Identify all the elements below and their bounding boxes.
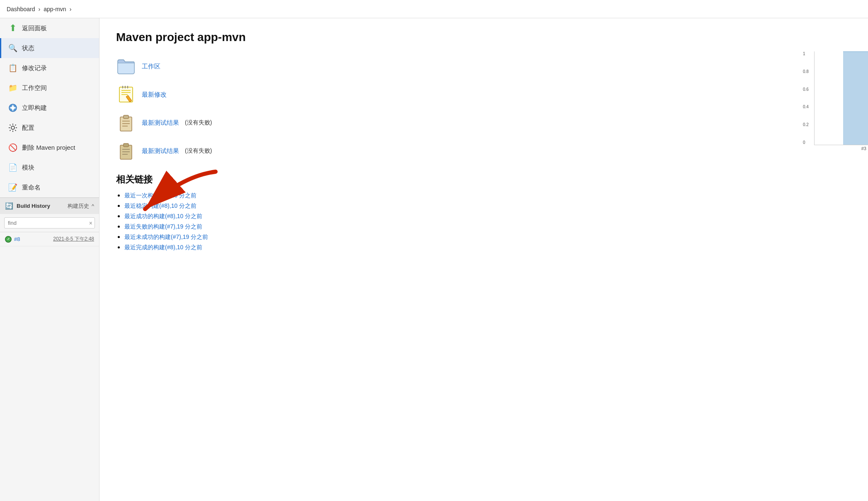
related-section-heading: 相关链接	[116, 173, 851, 186]
search-wrapper: ×	[4, 217, 95, 229]
complete-build-link[interactable]: 最近完成的构建(#8),10 分之前	[124, 244, 202, 250]
recent-build-link[interactable]: 最近一次构建(#8),10 分之前	[124, 192, 196, 199]
test-2-icon	[116, 141, 136, 161]
test-1-note: (没有失败)	[185, 119, 212, 126]
sidebar-item-status[interactable]: 🔍 状态	[0, 38, 99, 58]
related-link-item: 最近失败的构建(#7),19 分之前	[124, 223, 851, 231]
svg-point-6	[11, 126, 15, 129]
sidebar-label-delete: 删除 Maven project	[22, 144, 75, 152]
sidebar-label-status: 状态	[22, 44, 34, 52]
svg-rect-21	[124, 143, 129, 147]
modules-icon: 📄	[8, 163, 18, 173]
breadcrumb-bar: Dashboard › app-mvn ›	[0, 0, 868, 18]
change-log-icon: 📋	[8, 63, 18, 73]
sidebar-label-workspace: 工作空间	[22, 84, 47, 92]
chart-y-1: 1	[803, 51, 809, 56]
chart-y-04: 0.4	[803, 105, 809, 109]
test-1-icon	[116, 113, 136, 133]
chart-x-label: #3	[814, 145, 868, 151]
content-area: Maven project app-mvn 工作区	[99, 18, 868, 501]
build-status-icon	[5, 236, 12, 243]
sidebar-item-change-log[interactable]: 📋 修改记录	[0, 58, 99, 78]
build-now-icon	[8, 103, 18, 113]
chart-y-labels: 1 0.8 0.6 0.4 0.2 0	[803, 51, 809, 145]
sidebar-label-build-now: 立即构建	[22, 104, 47, 112]
related-link-item: 最近稳定构建(#8),10 分之前	[124, 202, 851, 210]
latest-change-icon	[116, 85, 136, 105]
stable-build-link[interactable]: 最近稳定构建(#8),10 分之前	[124, 202, 196, 209]
build-history-right[interactable]: 构建历史 ^	[68, 202, 94, 210]
chart-inner: 1 0.8 0.6 0.4 0.2 0	[814, 51, 868, 145]
test-1-link[interactable]: 最新测试结果	[142, 119, 179, 127]
workspace-link-icon	[116, 56, 136, 76]
success-build-link[interactable]: 最近成功的构建(#8),10 分之前	[124, 213, 202, 219]
svg-rect-20	[120, 145, 132, 159]
sidebar-label-rename: 重命名	[22, 184, 41, 192]
build-history-header: 🔄 Build History 构建历史 ^	[0, 197, 99, 214]
page-title: Maven project app-mvn	[116, 31, 851, 44]
latest-change-link[interactable]: 最新修改	[142, 91, 167, 99]
project-link-test-1: 最新测试结果 (没有失败)	[116, 113, 851, 133]
chart-y-06: 0.6	[803, 87, 809, 92]
chart-y-08: 0.8	[803, 69, 809, 74]
related-link-item: 最近一次构建(#8),10 分之前	[124, 192, 851, 199]
build-number-link[interactable]: #8	[5, 236, 20, 243]
sidebar-item-build-now[interactable]: 立即构建	[0, 98, 99, 118]
sidebar-item-workspace[interactable]: 📁 工作空间	[0, 78, 99, 98]
project-links: 工作区	[116, 56, 851, 161]
build-history-collapse[interactable]: ^	[92, 203, 94, 209]
build-number: #8	[14, 236, 20, 242]
project-link-workspace: 工作区	[116, 56, 851, 76]
svg-rect-15	[120, 117, 132, 131]
related-links-list: 最近一次构建(#8),10 分之前 最近稳定构建(#8),10 分之前 最近成功…	[116, 192, 851, 251]
sidebar-label-back: 返回面板	[22, 24, 47, 32]
build-item: #8 2021-8-5 下午2:48	[0, 232, 99, 246]
project-link-latest-change: 最新修改	[116, 85, 851, 105]
build-chart: 1 0.8 0.6 0.4 0.2 0 #3	[814, 51, 868, 151]
build-time: 2021-8-5 下午2:48	[53, 236, 94, 243]
main-layout: ⬆ 返回面板 🔍 状态 📋 修改记录 📁 工作空间	[0, 18, 868, 501]
sidebar-item-modules[interactable]: 📄 模块	[0, 158, 99, 178]
sidebar-item-config[interactable]: 配置	[0, 118, 99, 138]
project-link-test-2: 最新测试结果 (没有失败)	[116, 141, 851, 161]
build-search-input[interactable]	[4, 217, 95, 229]
workspace-link[interactable]: 工作区	[142, 63, 160, 71]
build-history-icon: 🔄	[5, 202, 13, 210]
unsuccessful-build-link[interactable]: 最近未成功的构建(#7),19 分之前	[124, 233, 208, 240]
breadcrumb-dashboard[interactable]: Dashboard	[7, 6, 35, 12]
build-history-title: Build History	[17, 203, 50, 209]
build-history-title-zh: 构建历史	[68, 202, 89, 210]
related-link-item: 最近成功的构建(#8),10 分之前	[124, 212, 851, 220]
svg-point-1	[11, 106, 15, 109]
workspace-icon: 📁	[8, 83, 18, 93]
chart-bar	[843, 51, 868, 145]
sidebar-item-back-dashboard[interactable]: ⬆ 返回面板	[0, 18, 99, 38]
sidebar-label-modules: 模块	[22, 164, 34, 172]
breadcrumb-sep1: ›	[39, 6, 41, 12]
build-history-left: 🔄 Build History	[5, 202, 50, 210]
sidebar: ⬆ 返回面板 🔍 状态 📋 修改记录 📁 工作空间	[0, 18, 99, 501]
svg-rect-16	[124, 115, 129, 119]
back-icon: ⬆	[8, 23, 18, 33]
test-2-link[interactable]: 最新测试结果	[142, 147, 179, 155]
status-icon: 🔍	[8, 43, 18, 53]
sidebar-label-change-log: 修改记录	[22, 64, 47, 72]
related-link-item: 最近未成功的构建(#7),19 分之前	[124, 233, 851, 241]
rename-icon: 📝	[8, 182, 18, 192]
related-link-item: 最近完成的构建(#8),10 分之前	[124, 243, 851, 251]
sidebar-label-config: 配置	[22, 124, 34, 132]
test-2-note: (没有失败)	[185, 147, 212, 155]
config-icon	[8, 123, 18, 133]
delete-icon: 🚫	[8, 143, 18, 153]
build-search-area: ×	[0, 214, 99, 232]
failed-build-link[interactable]: 最近失败的构建(#7),19 分之前	[124, 223, 202, 230]
breadcrumb-project[interactable]: app-mvn	[44, 6, 66, 12]
sidebar-item-rename[interactable]: 📝 重命名	[0, 178, 99, 197]
breadcrumb-sep2: ›	[70, 6, 72, 12]
chart-y-02: 0.2	[803, 122, 809, 127]
chart-y-0: 0	[803, 140, 809, 145]
sidebar-item-delete[interactable]: 🚫 删除 Maven project	[0, 138, 99, 158]
search-clear-button[interactable]: ×	[89, 220, 92, 226]
